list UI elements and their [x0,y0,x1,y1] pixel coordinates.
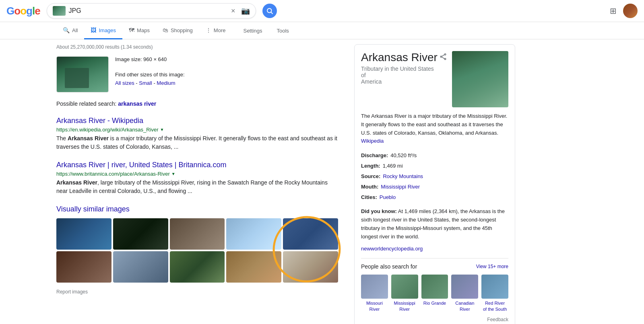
all-sizes-link[interactable]: All sizes [115,80,134,86]
people-also-section: People also search for View 15+ more Mis… [361,258,508,312]
camera-icon[interactable]: 📷 [241,6,250,15]
kp-entity-title: Arkansas River [361,51,439,64]
find-sizes-text: Find other sizes of this image: [115,72,185,78]
maps-icon: 🗺 [129,27,134,33]
image-size: Image size: 960 × 640 [115,56,185,62]
similar-image-6[interactable] [56,251,111,283]
tab-maps-label: Maps [137,27,150,33]
result-1-url-text: https://en.wikipedia.org/wiki/Arkansas_R… [56,127,159,133]
kp-title-area: Arkansas River Tributary in the United S… [361,51,439,85]
length-label: Length: [361,161,380,171]
kp-fact-discharge: Discharge: 40,520 ft³/s [361,150,508,161]
small-size-link[interactable]: Small [139,80,152,86]
nav-tabs: 🔍 All 🖼 Images 🗺 Maps 🛍 Shopping ⋮ More … [0,22,644,39]
similar-image-7[interactable] [113,251,168,283]
search-text: JPG [69,7,228,14]
person-name-5: Red Riverof the South [481,300,508,312]
tab-images[interactable]: 🖼 Images [84,22,122,39]
result-1-url: https://en.wikipedia.org/wiki/Arkansas_R… [56,127,338,133]
person-card-3[interactable]: Rio Grande [421,275,448,312]
related-prefix: Possible related search: [56,100,118,107]
person-card-5[interactable]: Red Riverof the South [481,275,508,312]
tab-all[interactable]: 🔍 All [56,22,84,39]
similar-image-9[interactable] [226,251,281,283]
logo-g2: g [26,5,32,17]
svg-line-7 [442,57,445,59]
discharge-label: Discharge: [361,150,388,161]
image-size-value: 960 × 640 [143,56,167,62]
size-links: All sizes - Small - Medium [115,80,185,86]
mouth-label: Mouth: [361,182,378,192]
logo-g: G [6,5,14,17]
similar-image-3[interactable] [170,218,225,250]
kp-description: The Arkansas River is a major tributary … [361,112,508,146]
svg-point-5 [444,58,446,59]
shopping-icon: 🛍 [163,27,168,33]
knowledge-panel: Arkansas River Tributary in the United S… [354,44,515,324]
dropdown-arrow-2-icon[interactable]: ▼ [171,172,175,176]
svg-line-6 [442,55,445,56]
result-1-title[interactable]: Arkansas River - Wikipedia [56,117,338,125]
header: Google JPG × 📷 ⊞ [0,0,644,22]
tab-shopping-label: Shopping [171,27,193,33]
tab-maps[interactable]: 🗺 Maps [122,22,156,39]
result-2-snippet: Arkansas River, large tributary of the M… [56,178,338,195]
main-content: About 25,270,000,000 results (1.34 secon… [0,39,644,324]
share-icon[interactable] [439,53,447,63]
person-card-1[interactable]: MissouriRiver [361,275,388,312]
google-logo: Google [6,5,40,17]
cities-label: Cities: [361,192,377,203]
people-also-title: People also search for [361,263,417,270]
kp-header: Arkansas River Tributary in the United S… [361,51,508,107]
svg-line-1 [271,12,272,14]
kp-fact-mouth: Mouth: Mississippi River [361,182,508,192]
people-also-grid: MissouriRiver MississippiRiver Rio Grand… [361,275,508,312]
similar-image-5[interactable] [283,218,338,250]
report-images-link[interactable]: Report images [56,289,338,295]
svg-point-4 [440,56,442,57]
tab-more-label: More [214,27,226,33]
tab-more[interactable]: ⋮ More [199,22,232,39]
length-value: 1,469 mi [383,161,403,171]
feedback-link[interactable]: Feedback [361,317,508,322]
kp-fact-cities: Cities: Pueblo [361,192,508,203]
svg-point-0 [267,8,272,13]
similar-image-10[interactable] [283,251,338,283]
discharge-value: 40,520 ft³/s [390,150,417,161]
cities-link[interactable]: Pueblo [380,192,396,203]
search-button[interactable] [262,4,277,18]
right-column: Arkansas River Tributary in the United S… [354,44,515,324]
similar-image-2[interactable] [113,218,168,250]
person-name-4: CanadianRiver [451,300,478,312]
similar-image-1[interactable] [56,218,111,250]
dropdown-arrow-icon[interactable]: ▼ [160,127,164,132]
kp-did-you-know: Did you know: At 1,469 miles (2,364 km),… [361,207,508,241]
apps-grid-icon[interactable]: ⊞ [610,6,617,16]
related-term-link[interactable]: arkansas river [118,100,156,107]
wikipedia-link[interactable]: Wikipedia [361,138,384,144]
close-icon[interactable]: × [231,7,235,15]
tools-link[interactable]: Tools [273,23,292,39]
left-column: About 25,270,000,000 results (1.34 secon… [56,44,338,324]
source-image-thumbnail [56,56,109,92]
view-more-link[interactable]: View 15+ more [476,264,508,269]
tab-shopping[interactable]: 🛍 Shopping [156,22,199,39]
user-avatar[interactable] [623,4,638,18]
medium-size-link[interactable]: Medium [157,80,175,86]
similar-image-8[interactable] [170,251,225,283]
result-2-title[interactable]: Arkansas River | river, United States | … [56,161,338,169]
similar-images-title[interactable]: Visually similar images [56,205,338,213]
source-label: Source: [361,171,380,182]
person-card-2[interactable]: MississippiRiver [391,275,418,312]
similar-image-4[interactable] [226,218,281,250]
person-img-2 [391,275,418,299]
person-name-1: MissouriRiver [361,300,388,312]
mouth-link[interactable]: Mississippi River [381,182,420,192]
did-you-know-source-link[interactable]: newworldencyclopedia.org [361,246,508,252]
search-bar[interactable]: JPG × 📷 [47,3,256,18]
similar-images-section: Visually similar images [56,205,338,283]
all-icon: 🔍 [63,27,70,33]
person-card-4[interactable]: CanadianRiver [451,275,478,312]
source-link[interactable]: Rocky Mountains [383,171,423,182]
settings-link[interactable]: Settings [240,23,265,39]
